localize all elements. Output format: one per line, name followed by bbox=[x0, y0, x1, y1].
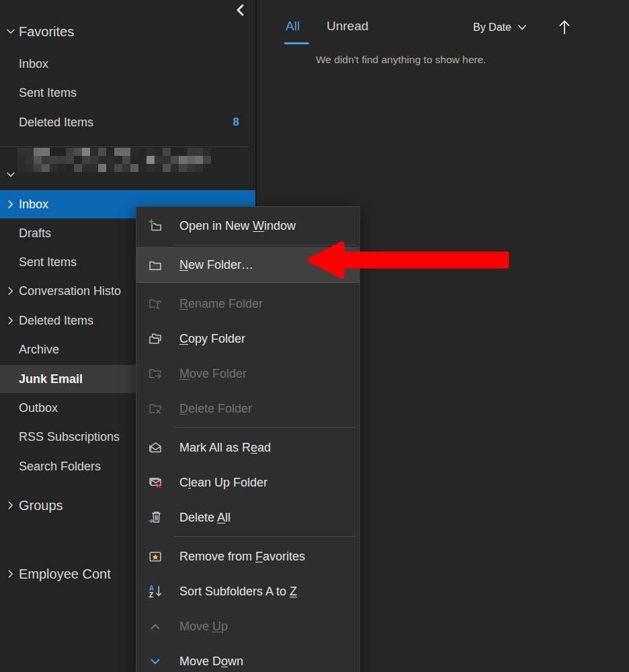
chevron-right-icon[interactable] bbox=[5, 198, 17, 210]
menu-item-remove-from-favorites[interactable]: Remove from Favorites bbox=[136, 539, 360, 574]
section-divider bbox=[0, 146, 249, 147]
sidebar-item-favorites-inbox[interactable]: Inbox bbox=[0, 50, 255, 78]
folder-label: Archive bbox=[19, 343, 59, 357]
folder-label: Inbox bbox=[19, 57, 48, 71]
folder-label: Conversation Histo bbox=[19, 284, 121, 298]
favorites-header[interactable]: Favorites bbox=[0, 17, 255, 46]
folder-label: Drafts bbox=[19, 226, 51, 241]
folder-label: Groups bbox=[19, 498, 63, 513]
unread-count-badge: 8 bbox=[233, 116, 239, 129]
sidebar-item-favorites-deleted-items[interactable]: Deleted Items 8 bbox=[0, 108, 255, 136]
folder-label: Deleted Items bbox=[19, 314, 93, 328]
tab-all[interactable]: All bbox=[286, 19, 300, 34]
chevron-down-icon[interactable] bbox=[5, 26, 17, 38]
menu-separator bbox=[174, 536, 355, 537]
account-header[interactable] bbox=[0, 161, 255, 189]
sort-direction-arrow-up-icon[interactable] bbox=[556, 17, 573, 36]
menu-item-new-folder[interactable]: New Folder… bbox=[136, 247, 360, 283]
redacted-account-name bbox=[17, 148, 211, 172]
menu-item-move-down[interactable]: Move Down bbox=[136, 644, 360, 672]
collapse-folder-pane-icon[interactable] bbox=[233, 2, 249, 18]
sidebar-item-favorites-sent-items[interactable]: Sent Items bbox=[0, 79, 255, 107]
menu-item-mark-all-as-read[interactable]: Mark All as Read bbox=[136, 430, 360, 465]
menu-item-label: Copy Folder bbox=[179, 332, 245, 346]
sort-by-label: By Date bbox=[473, 22, 511, 34]
folder-label: Inbox bbox=[19, 198, 48, 212]
menu-item-label: Rename Folder bbox=[179, 297, 263, 311]
menu-item-label: Delete All bbox=[179, 511, 230, 525]
menu-item-clean-up-folder[interactable]: Clean Up Folder bbox=[136, 465, 360, 500]
menu-item-label: Sort Subfolders A to Z bbox=[179, 585, 297, 599]
remove-favorites-star-icon bbox=[146, 549, 165, 564]
chevron-down-icon bbox=[146, 654, 165, 669]
folder-label: Search Folders bbox=[19, 460, 101, 474]
menu-item-label: Move Folder bbox=[179, 367, 247, 381]
menu-separator bbox=[174, 245, 355, 245]
menu-item-label: Open in New Window bbox=[179, 219, 296, 233]
menu-item-label: Move Up bbox=[179, 620, 228, 634]
favorites-label: Favorites bbox=[19, 24, 74, 40]
folder-label: Junk Email bbox=[19, 372, 83, 386]
menu-item-move-folder[interactable]: Move Folder bbox=[136, 356, 360, 391]
folder-label: RSS Subscriptions bbox=[19, 430, 120, 444]
menu-item-label: Clean Up Folder bbox=[179, 476, 267, 490]
folder-label: Sent Items bbox=[19, 255, 77, 269]
copy-folder-icon bbox=[146, 331, 165, 346]
move-folder-icon bbox=[146, 366, 165, 381]
empty-state-message: We didn't find anything to show here. bbox=[316, 54, 486, 66]
menu-item-open-in-new-window[interactable]: Open in New Window bbox=[136, 208, 360, 243]
menu-item-label: Mark All as Read bbox=[179, 441, 271, 455]
menu-item-copy-folder[interactable]: Copy Folder bbox=[136, 321, 360, 356]
menu-item-rename-folder[interactable]: Rename Folder bbox=[136, 286, 360, 321]
delete-folder-icon bbox=[146, 401, 165, 416]
folder-icon bbox=[146, 258, 165, 273]
folder-label: Sent Items bbox=[19, 86, 77, 100]
chevron-right-icon[interactable] bbox=[5, 568, 17, 580]
menu-item-move-up[interactable]: Move Up bbox=[136, 609, 360, 644]
mark-read-envelope-icon bbox=[146, 440, 165, 455]
tab-unread[interactable]: Unread bbox=[327, 19, 368, 34]
chevron-up-icon bbox=[146, 619, 165, 634]
clean-up-folder-icon bbox=[146, 475, 165, 490]
chevron-right-icon[interactable] bbox=[5, 285, 17, 297]
chevron-right-icon[interactable] bbox=[5, 314, 17, 327]
menu-item-label: Move Down bbox=[179, 655, 243, 669]
new-window-folder-icon bbox=[146, 218, 165, 233]
delete-all-trash-icon bbox=[146, 510, 165, 525]
menu-item-label: Delete Folder bbox=[179, 402, 252, 416]
rename-folder-icon bbox=[146, 296, 165, 311]
menu-item-label: Remove from Favorites bbox=[179, 550, 305, 564]
menu-item-label: New Folder… bbox=[179, 258, 253, 272]
menu-item-sort-subfolders-a-to-z[interactable]: A Z Sort Subfolders A to Z bbox=[136, 574, 360, 609]
menu-item-delete-folder[interactable]: Delete Folder bbox=[136, 391, 360, 426]
chevron-down-icon[interactable] bbox=[5, 169, 17, 181]
folder-label: Outbox bbox=[19, 401, 58, 415]
menu-separator bbox=[174, 427, 355, 428]
svg-text:A: A bbox=[149, 585, 155, 592]
folder-label: Employee Cont bbox=[19, 566, 111, 582]
chevron-down-icon bbox=[517, 24, 527, 31]
sort-by-dropdown[interactable]: By Date bbox=[473, 22, 527, 34]
folder-label: Deleted Items bbox=[19, 116, 93, 130]
active-tab-underline bbox=[284, 42, 309, 44]
menu-item-delete-all[interactable]: Delete All bbox=[136, 500, 360, 535]
folder-context-menu: Open in New Window New Folder… Rename Fo… bbox=[136, 206, 360, 672]
chevron-right-icon[interactable] bbox=[5, 499, 17, 511]
sort-az-icon: A Z bbox=[146, 584, 165, 599]
svg-text:Z: Z bbox=[149, 591, 154, 599]
